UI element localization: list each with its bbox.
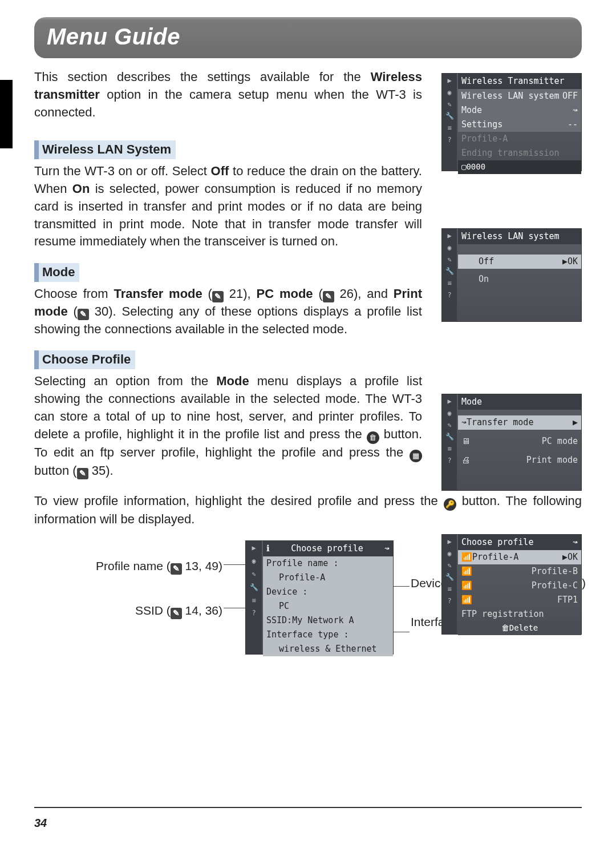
pencil-icon: ✎ (447, 561, 451, 571)
text: SSID ( (135, 604, 171, 617)
mode-icon: ↝ (384, 543, 390, 555)
bold-off: Off (211, 164, 229, 178)
wrench-icon: 🔧 (445, 111, 454, 121)
ssid-label: SSID: (266, 615, 292, 625)
ok-indicator: ▶OK (562, 551, 578, 563)
profile-item: 📶Profile-A▶OK (458, 550, 581, 564)
help-icon: ? (447, 135, 451, 145)
arrow-icon: ▶ (573, 417, 578, 429)
pencil-icon: ✎ (447, 421, 451, 430)
wrench-icon: 🔧 (445, 432, 454, 442)
profile-label: Profile-C (532, 580, 578, 592)
option-on: On (458, 272, 581, 286)
printer-icon: 🖨 (461, 454, 470, 466)
text: ). (106, 463, 113, 478)
transfer-icon: ↝ (461, 417, 467, 429)
menu-row: Settings-- (458, 118, 581, 132)
option-off: Off▶OK (458, 255, 581, 269)
camera-screen-wlan-system: ▶ ◉ ✎ 🔧 ≡ ? Wireless LAN system Off▶OK O… (441, 228, 582, 322)
footer-rule (34, 807, 582, 808)
text: Selecting an option from the (34, 374, 216, 388)
label-ssid: SSID (✎ 14, 36) (57, 602, 222, 619)
connector-line (394, 632, 410, 632)
wrench-icon: 🔧 (250, 583, 258, 592)
option-label: On (479, 273, 489, 285)
page-number: 34 (34, 815, 47, 831)
option-label: PC mode (542, 435, 578, 447)
page-ref-icon: ✎ (77, 468, 88, 479)
camera-icon: ◉ (447, 549, 451, 559)
ok-indicator: ▶OK (562, 256, 578, 268)
list-icon: ≡ (447, 278, 451, 288)
profile-label: Profile-A (472, 551, 518, 563)
menu-category-icons: ▶ ◉ ✎ 🔧 ≡ ? (442, 394, 457, 490)
camera-icon: ◉ (252, 556, 256, 566)
play-icon: ▶ (447, 76, 451, 86)
page-ref: 30 (95, 304, 108, 318)
profile-label: FTP1 (557, 594, 578, 606)
interface-type-label: Interface type : (263, 628, 393, 642)
device-label: Device : (263, 585, 393, 599)
trash-button-icon: 🗑 (367, 431, 379, 444)
list-icon: ≡ (252, 596, 256, 605)
text: Profile-A (461, 133, 508, 145)
label-profile-name: Profile name (✎ 13, 49) (57, 558, 222, 575)
diagram-left-labels: Profile name (✎ 13, 49) SSID (✎ 14, 36) (57, 558, 222, 647)
menu-row: Wireless LAN systemOFF (458, 89, 581, 103)
help-icon: ? (252, 608, 256, 618)
help-icon: ? (447, 456, 451, 466)
interface-type-value: wireless & Ethernet (263, 642, 393, 656)
wrench-icon: 🔧 (445, 572, 454, 582)
profile-item: 📶FTP1 (458, 593, 581, 607)
profile-name-value: Profile-A (263, 571, 393, 585)
profile-label: Profile-B (532, 566, 578, 578)
text: ), and (354, 286, 394, 301)
title-text: Choose profile (461, 536, 533, 548)
camera-icon: ◉ (447, 409, 451, 418)
screen-title: Wireless Transmitter (458, 74, 581, 89)
footer-counter: ▢0000 (458, 160, 581, 174)
menu-row: Mode↝ (458, 103, 581, 118)
help-icon: ? (447, 290, 451, 300)
mode-icon: ↝ (573, 536, 578, 548)
play-icon: ▶ (252, 543, 256, 553)
screen-title: Choose profile↝ (458, 535, 581, 550)
row-value: ↝ (573, 104, 578, 116)
connector-line (224, 564, 245, 565)
text: Ending transmission (461, 147, 560, 159)
bold-transfer-mode: Transfer mode (114, 286, 202, 301)
text: is selected, power consumption is reduce… (34, 181, 422, 248)
option-pc-mode: 🖥 PC mode (458, 434, 581, 449)
bold-mode: Mode (216, 374, 249, 388)
page-ref-icon: ✎ (171, 563, 182, 575)
bold-pc-mode: PC mode (257, 286, 313, 301)
camera-screen-profile-detail: ▶ ◉ ✎ 🔧 ≡ ? ℹ Choose profile↝ Profile na… (245, 540, 394, 655)
thumb-button-icon: ▦ (410, 450, 422, 462)
play-icon: ▶ (447, 537, 451, 547)
choose-profile-paragraph: Selecting an option from the Mode menu d… (34, 373, 422, 479)
text: ), (243, 286, 256, 301)
status-profile: Profile-A (458, 132, 581, 146)
play-icon: ▶ (447, 397, 451, 406)
text: ( (68, 304, 78, 318)
signal-icon: 📶 (461, 580, 472, 592)
row-value: OFF (562, 90, 578, 102)
section-heading-mode: Mode (34, 263, 79, 282)
device-value: PC (263, 599, 393, 613)
pencil-icon: ✎ (447, 255, 451, 265)
text: Turn the WT-3 on or off. Select (34, 164, 211, 178)
row-value: -- (568, 119, 578, 131)
screen-title: ℹ Choose profile↝ (263, 541, 393, 556)
side-tab (0, 80, 13, 148)
signal-icon: 📶 (461, 594, 472, 606)
help-icon: ? (447, 596, 451, 606)
profile-name-label: Profile name : (263, 556, 393, 571)
ssid-value: My Network A (292, 615, 354, 625)
protect-button-icon: 🔑 (444, 498, 456, 511)
text: ( (313, 286, 323, 301)
camera-icon: ◉ (447, 88, 451, 98)
wrench-icon: 🔧 (445, 266, 454, 276)
footer-delete: 🗑Delete (458, 621, 581, 635)
page-ref-icon: ✎ (212, 291, 224, 302)
screen-title: Wireless LAN system (458, 229, 581, 244)
